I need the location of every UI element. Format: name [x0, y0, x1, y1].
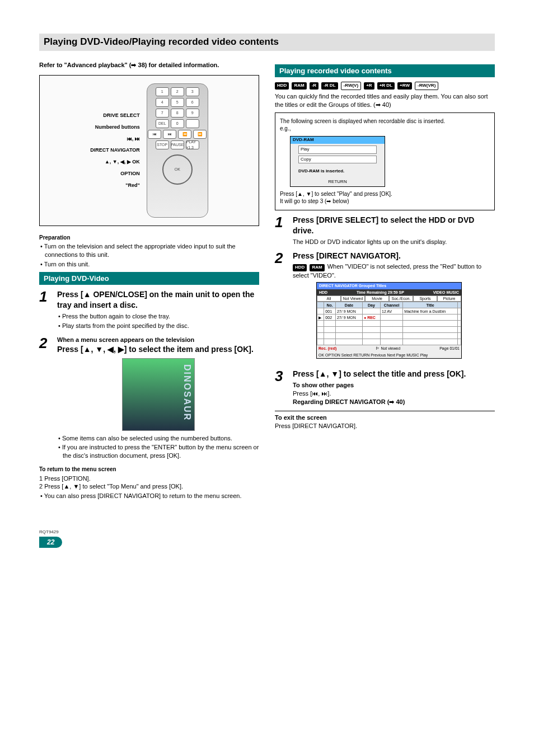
exit-head: To exit the screen [275, 414, 495, 422]
nav-tab-picture: Picture [437, 295, 461, 302]
dvd-step1-title: Press [▲ OPEN/CLOSE] on the main unit to… [57, 289, 259, 311]
r1c1: 001 [324, 308, 336, 314]
dvdvideo-head: Playing DVD-Video [39, 272, 259, 285]
panel-msg: DVD-RAM is inserted. [291, 165, 385, 178]
key-1: 1 [156, 87, 169, 96]
key-7: 7 [156, 109, 169, 118]
exit-rule [275, 411, 495, 411]
r2c5 [403, 314, 457, 321]
key-0: 0 [171, 119, 184, 128]
badge-rwv: -RW(V) [341, 82, 362, 90]
rec-step2-title: Press [DIRECT NAVIGATOR]. [293, 251, 495, 261]
r2c4 [381, 314, 403, 321]
step-num-2: 2 [39, 336, 51, 461]
page-title: Playing DVD-Video/Playing recorded video… [39, 34, 495, 51]
dvd-step2: 2 When a menu screen appears on the tele… [39, 336, 259, 461]
key-play: PLAY x1.3 [186, 140, 199, 149]
key-stop: STOP [156, 140, 169, 149]
nav-title: DIRECT NAVIGATOR Grouped Titles [319, 283, 386, 288]
nav-tab-movie: Movie [365, 295, 389, 302]
col-day: Day [362, 302, 380, 308]
remote-labels: DRIVE SELECT Numbered buttons ⏮, ⏭ DIREC… [90, 110, 140, 191]
rec-step3-b1: To show other pages [293, 381, 495, 389]
ref-line: Refer to "Advanced playback" (➡ 38) for … [39, 61, 259, 69]
col-end [457, 302, 461, 308]
key-blank [186, 119, 199, 128]
inset-box: The following screen is displayed when r… [275, 112, 495, 210]
inset-l3: It will go to step 3 (➡ below) [280, 198, 490, 205]
notview-label: 🏳 Not viewed [376, 346, 400, 351]
rec-step3-title: Press [▲, ▼] to select the title and pre… [293, 369, 495, 379]
r1c6 [457, 308, 461, 314]
col-no: No. [324, 302, 336, 308]
exit-line: Press [DIRECT NAVIGATOR]. [275, 422, 495, 430]
rqt-code: RQT9429 [39, 529, 495, 536]
col-blank [317, 302, 324, 308]
rec-step3-b3: Regarding DIRECT NAVIGATOR (➡ 40) [293, 398, 495, 406]
dvdram-panel: DVD-RAM Play Copy DVD-RAM is inserted. R… [290, 136, 385, 187]
rec-step-num-1: 1 [275, 215, 287, 246]
nav-tab-video: VIDEO [433, 290, 446, 294]
page-footer: RQT9429 22 [39, 529, 495, 548]
format-badges: HDD RAM -R -R DL -RW(V) +R +R DL +RW -RW… [275, 81, 495, 90]
r1c2: 27/ 9 MON [335, 308, 362, 314]
lbl-numbered: Numbered buttons [90, 121, 140, 133]
nav-foot: OK OPTION Select RETURN Previous Next Pa… [317, 352, 461, 358]
key-ff: ⏩ [193, 130, 207, 139]
nav-hdd: HDD [319, 290, 327, 295]
col-date: Date [335, 302, 362, 308]
page-number: 22 [39, 537, 62, 548]
preparation-head: Preparation [39, 234, 259, 242]
badge-ram: RAM [292, 82, 306, 90]
badge-ram2: RAM [310, 264, 324, 271]
remote-graphic: 123 456 789 DEL0 ⏮⏭⏪⏩ STOPPAUSEPLAY x1.3… [147, 83, 208, 218]
nav-tab-music: MUSIC [446, 290, 459, 294]
nav-tab-sports: Sports [413, 295, 437, 302]
dvd-step1-b1: • Press the button again to close the tr… [57, 312, 259, 321]
r1c3 [362, 308, 380, 314]
rec-step-num-2: 2 [275, 251, 287, 365]
return-head: To return to the menu screen [39, 466, 259, 473]
panel-copy: Copy [298, 156, 377, 164]
r1c5: Machine from a Dustbin [403, 308, 457, 314]
badge-rwvr: -RW(VR) [415, 82, 438, 90]
lbl-arrows-ok: ▲, ▼, ◀, ▶ OK [90, 156, 140, 168]
return-l2: 2 Press [▲, ▼] to select "Top Menu" and … [39, 482, 259, 491]
page-label: Page 01/01 [439, 346, 460, 351]
remote-diagram: DRIVE SELECT Numbered buttons ⏮, ⏭ DIREC… [39, 75, 259, 226]
dvd-step2-title: Press [▲, ▼, ◀, ▶] to select the item an… [57, 344, 259, 355]
return-l1: 1 Press [OPTION]. [39, 475, 259, 483]
r1c0 [317, 308, 324, 314]
nav-tab-notviewed: Not Viewed [341, 295, 365, 302]
recorded-head: Playing recorded video contents [275, 64, 495, 78]
key-prev: ⏮ [148, 130, 161, 139]
prep-b2: • Turn on this unit. [39, 260, 259, 269]
inset-l1: The following screen is displayed when r… [280, 118, 490, 125]
col-channel: Channel [381, 302, 403, 308]
inset-l2: Press [▲, ▼] to select "Play" and press … [280, 190, 490, 198]
key-rew: ⏪ [178, 130, 191, 139]
r2-rec: ● REC [362, 314, 380, 321]
badge-plusrw: +RW [397, 82, 412, 90]
key-next: ⏭ [163, 130, 176, 139]
r2c2: 27/ 9 MON [335, 314, 362, 321]
col-title: Title [403, 302, 457, 308]
key-pause: PAUSE [171, 140, 184, 149]
key-5: 5 [171, 98, 184, 107]
r2c6 [457, 314, 461, 321]
lbl-skip: ⏮, ⏭ [90, 133, 140, 145]
dvd-step2-b2: • If you are instructed to press the "EN… [57, 443, 259, 460]
dvd-step2-pre: When a menu screen appears on the televi… [57, 336, 259, 344]
dvd-menu-image [122, 358, 195, 431]
key-2: 2 [171, 87, 184, 96]
badge-hdd2: HDD [293, 264, 307, 271]
panel-play: Play [298, 145, 377, 154]
rec-step2: 2 Press [DIRECT NAVIGATOR]. HDD RAM When… [275, 251, 495, 365]
rec-step3-b2: Press [⏮, ⏭]. [293, 389, 495, 398]
rec-step2-line: HDD RAM When "VIDEO" is not selected, pr… [293, 262, 495, 280]
rec-step1: 1 Press [DRIVE SELECT] to select the HDD… [275, 215, 495, 246]
rec-step1-title: Press [DRIVE SELECT] to select the HDD o… [293, 215, 495, 236]
key-6: 6 [186, 98, 199, 107]
step-num-1: 1 [39, 289, 51, 331]
r2c0: ▶ [317, 314, 324, 321]
